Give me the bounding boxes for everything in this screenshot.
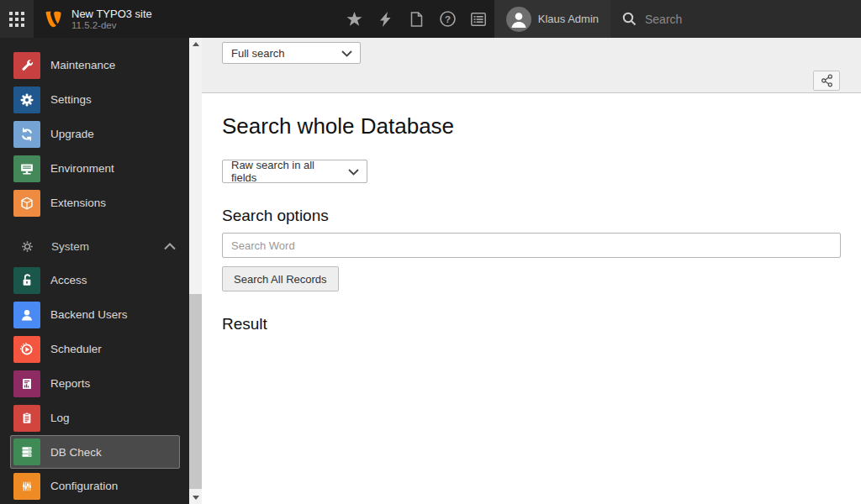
user-icon (13, 302, 40, 328)
sidebar-item-log[interactable]: Log (0, 401, 189, 435)
brand[interactable]: New TYPO3 site 11.5.2-dev (34, 0, 152, 38)
sidebar-item-reports[interactable]: Reports (0, 366, 189, 401)
search-word-input[interactable] (222, 233, 841, 258)
clear-cache-toolbar-item[interactable] (370, 0, 401, 38)
search-options-heading: Search options (222, 207, 841, 225)
sidebar-item-backend-users[interactable]: Backend Users (0, 297, 189, 332)
sidebar-item-upgrade[interactable]: Upgrade (0, 117, 189, 151)
wrench-icon (13, 52, 40, 79)
help-icon: ? (440, 11, 456, 27)
search-icon (622, 12, 637, 26)
sidebar-section-system[interactable]: System (0, 233, 189, 260)
module-menu: Maintenance Settings (0, 38, 189, 504)
user-menu[interactable]: Klaus Admin (494, 0, 610, 38)
clipboard-icon (13, 405, 40, 432)
function-menu-select[interactable]: Full search (222, 42, 361, 64)
module-body: Search whole Database Raw search in all … (202, 93, 861, 504)
search-all-records-button[interactable]: Search All Records (222, 266, 339, 291)
sidebar-item-configuration[interactable]: Configuration (0, 469, 189, 503)
play-circle-icon (13, 336, 40, 363)
scroll-up-arrow[interactable] (189, 38, 202, 50)
report-chart-icon (13, 370, 40, 397)
user-name: Klaus Admin (538, 13, 599, 25)
modules-grid-button[interactable] (0, 0, 34, 38)
svg-text:?: ? (445, 14, 451, 24)
unlock-icon (13, 267, 40, 294)
list-toolbar-item[interactable] (463, 0, 494, 38)
chevron-down-icon (341, 50, 352, 57)
docheader: Full search (202, 38, 861, 93)
sidebar-item-maintenance[interactable]: Maintenance (0, 48, 189, 82)
sidebar-item-extensions[interactable]: Extensions (0, 186, 189, 220)
desktop-icon (13, 155, 40, 182)
document-icon (410, 12, 423, 27)
sidebar-item-db-check[interactable]: DB Check (10, 435, 180, 469)
sidebar-scrollbar[interactable] (189, 38, 202, 504)
topbar-search[interactable] (610, 0, 861, 38)
share-button[interactable] (813, 71, 840, 91)
site-name: New TYPO3 site (71, 8, 152, 20)
site-version: 11.5.2-dev (71, 20, 152, 31)
system-gear-icon (20, 239, 34, 254)
sidebar-item-access[interactable]: Access (0, 263, 189, 297)
result-heading: Result (222, 315, 841, 333)
help-toolbar-item[interactable]: ? (432, 0, 463, 38)
share-icon (821, 74, 833, 87)
avatar (506, 7, 531, 32)
sidebar-item-environment[interactable]: Environment (0, 151, 189, 186)
topbar: New TYPO3 site 11.5.2-dev (0, 0, 861, 38)
star-icon (346, 12, 362, 27)
sliders-icon (13, 473, 40, 500)
list-icon (471, 13, 486, 26)
module-content: Full search (202, 38, 861, 504)
cube-icon (13, 190, 40, 217)
database-icon (13, 438, 40, 465)
typo3-logo-icon (45, 10, 63, 29)
refresh-icon (13, 121, 40, 148)
grid-icon (9, 12, 24, 27)
bookmarks-toolbar-item[interactable] (339, 0, 370, 38)
sidebar-item-settings[interactable]: Settings (0, 82, 189, 117)
page-title: Search whole Database (222, 113, 841, 139)
scroll-down-arrow[interactable] (189, 491, 202, 504)
scrollbar-thumb[interactable] (189, 294, 202, 489)
topbar-spacer (152, 0, 339, 38)
sidebar-item-scheduler[interactable]: Scheduler (0, 332, 189, 366)
gear-icon (13, 87, 40, 113)
chevron-down-icon (348, 169, 359, 176)
bolt-icon (380, 12, 391, 27)
search-mode-select[interactable]: Raw search in all fields (222, 160, 367, 183)
opened-documents-toolbar-item[interactable] (401, 0, 432, 38)
chevron-up-icon (164, 243, 176, 250)
search-input[interactable] (645, 13, 849, 26)
